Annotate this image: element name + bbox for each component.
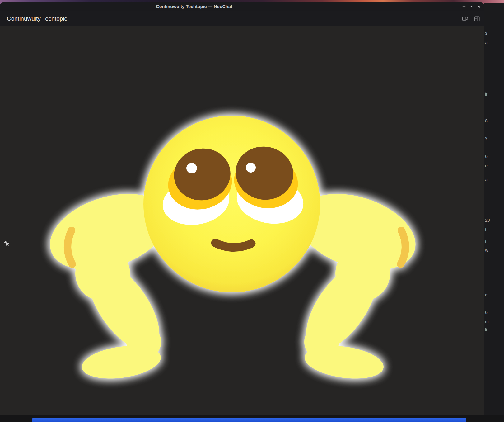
edge-text-fragment: 20 — [485, 218, 504, 223]
edge-text-fragment: al — [485, 40, 504, 45]
chevron-down-icon — [462, 5, 466, 9]
edge-text-fragment: 6, — [485, 154, 504, 159]
image-viewer[interactable] — [0, 26, 484, 415]
window-title: Continuwuity Techtopic — NeoChat — [156, 2, 232, 11]
window-titlebar[interactable]: Continuwuity Techtopic — NeoChat — [0, 2, 484, 11]
close-icon — [477, 5, 481, 9]
edge-text-fragment: m — [485, 319, 504, 324]
chevron-up-icon — [469, 5, 474, 9]
neochat-window: Continuwuity Techtopic — NeoChat Continu… — [0, 2, 484, 415]
start-video-call-button[interactable] — [462, 15, 469, 22]
background-window-strip: salir8y6,ea20ttwe6,mli — [484, 3, 504, 418]
pin-icon[interactable] — [3, 240, 11, 248]
room-info-panel-icon — [474, 15, 480, 22]
edge-text-fragment: e — [485, 292, 504, 297]
edge-text-fragment: s — [485, 31, 504, 36]
edge-text-fragment: 8 — [485, 118, 504, 123]
room-header: Continuwuity Techtopic — [0, 11, 484, 26]
close-window-button[interactable] — [476, 4, 482, 9]
meme-image[interactable] — [47, 112, 436, 408]
maximize-window-button[interactable] — [469, 4, 474, 9]
room-header-actions — [462, 11, 480, 26]
edge-text-fragment: w — [485, 248, 504, 253]
video-camera-icon — [462, 15, 469, 22]
edge-text-fragment: y — [485, 135, 504, 140]
edge-text-fragment: t — [485, 239, 504, 244]
edge-fragment-column: salir8y6,ea20ttwe6,mli — [484, 3, 504, 418]
edge-text-fragment: 6, — [485, 310, 504, 315]
edge-text-fragment: a — [485, 177, 504, 182]
bottom-panel-area — [0, 415, 504, 422]
window-controls — [461, 2, 483, 11]
edge-text-fragment: t — [485, 227, 504, 232]
room-title: Continuwuity Techtopic — [7, 11, 67, 26]
toggle-room-info-button[interactable] — [474, 15, 480, 22]
edge-text-fragment: ir — [485, 92, 504, 97]
edge-text-fragment: li — [485, 327, 504, 332]
shade-window-button[interactable] — [461, 4, 467, 9]
taskbar-panel[interactable] — [32, 418, 466, 422]
emoji-mouth — [215, 243, 251, 248]
edge-text-fragment: e — [485, 163, 504, 168]
